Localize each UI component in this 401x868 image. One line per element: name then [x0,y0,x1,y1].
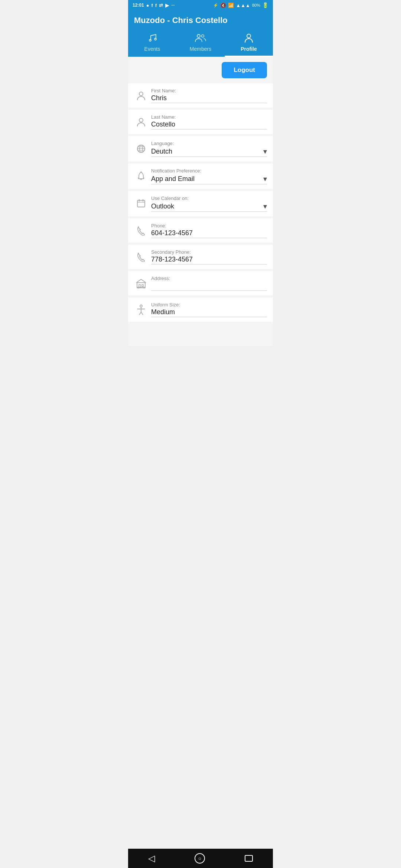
tab-profile[interactable]: Profile [225,30,273,57]
address-card: Address: [128,271,273,295]
language-card: Language: Deutch ▾ [128,136,273,161]
last-name-content: Last Name: Costello [148,114,267,129]
youtube-icon: ▶ [165,3,169,8]
svg-line-26 [139,312,141,315]
last-name-value[interactable]: Costello [151,121,267,128]
svg-point-23 [140,305,142,307]
phone-icon [134,226,148,236]
uniform-size-field: Uniform Size: Medium [128,297,273,322]
notification-pref-content: Notification Preference: App and Email ▾ [148,168,267,184]
notification-pref-dropdown-arrow[interactable]: ▾ [263,174,267,183]
svg-point-2 [197,34,200,37]
address-content: Address: [148,276,267,291]
logout-row: Logout [128,57,273,83]
uniform-size-icon [134,305,148,315]
signal-icon: ▲▲▲ [236,3,250,8]
address-icon [134,278,148,289]
tab-members-label: Members [190,46,211,52]
app-header: Muzodo - Chris Costello Events [128,10,273,57]
phone-value[interactable]: 604-123-4567 [151,229,267,237]
phone-card: Phone: 604-123-4567 [128,218,273,243]
last-name-icon [134,117,148,127]
last-name-field: Last Name: Costello [128,110,273,134]
uniform-size-value[interactable]: Medium [151,308,267,316]
facebook-icon-1: f [151,3,153,8]
uniform-size-label: Uniform Size: [151,302,267,308]
more-icon: ··· [171,3,175,7]
calendar-card: Use Calendar on: Outlook ▾ [128,191,273,216]
uniform-size-content: Uniform Size: Medium [148,302,267,317]
svg-rect-13 [137,200,145,207]
notification-pref-field: Notification Preference: App and Email ▾ [128,164,273,189]
language-value[interactable]: Deutch [151,148,172,155]
content-area: Logout First Name: Chris [128,57,273,346]
svg-point-0 [149,39,151,41]
secondary-phone-card: Secondary Phone: 778-123-4567 [128,245,273,269]
profile-icon [244,33,254,45]
notification-pref-value[interactable]: App and Email [151,175,195,183]
notification-pref-label: Notification Preference: [151,168,267,174]
battery-icon: 🔋 [262,2,268,8]
last-name-card: Last Name: Costello [128,110,273,134]
status-bar: 12:01 ● f f ⇄ ▶ ··· ⚡ 🔇 📶 ▲▲▲ 80% 🔋 [128,0,273,10]
svg-point-1 [154,38,156,40]
bluetooth-icon: ⚡ [213,3,218,8]
secondary-phone-content: Secondary Phone: 778-123-4567 [148,249,267,264]
status-bar-right: ⚡ 🔇 📶 ▲▲▲ 80% 🔋 [213,2,268,8]
first-name-content: First Name: Chris [148,88,267,103]
calendar-icon [134,199,148,208]
calendar-value[interactable]: Outlook [151,203,174,210]
svg-rect-19 [142,285,143,286]
language-label: Language: [151,141,267,146]
calendar-content: Use Calendar on: Outlook ▾ [148,195,267,212]
notification-pref-card: Notification Preference: App and Email ▾ [128,164,273,189]
phone-field: Phone: 604-123-4567 [128,218,273,243]
tab-events-label: Events [144,46,160,52]
status-time: 12:01 [133,3,144,8]
address-field: Address: [128,271,273,295]
members-icon [194,33,207,45]
tab-members[interactable]: Members [176,30,225,57]
notification-icon [134,171,148,181]
status-bar-left: 12:01 ● f f ⇄ ▶ ··· [133,3,175,8]
address-value[interactable] [151,282,267,290]
calendar-dropdown-arrow[interactable]: ▾ [263,202,267,211]
uniform-size-card: Uniform Size: Medium [128,297,273,322]
svg-point-3 [202,35,204,37]
app-title: Muzodo - Chris Costello [128,14,273,30]
secondary-phone-label: Secondary Phone: [151,249,267,255]
calendar-label: Use Calendar on: [151,195,267,201]
secondary-phone-field: Secondary Phone: 778-123-4567 [128,245,273,269]
last-name-label: Last Name: [151,114,267,120]
tab-events[interactable]: Events [128,30,176,57]
svg-point-6 [139,118,143,122]
language-field: Language: Deutch ▾ [128,136,273,161]
link-icon: ⇄ [159,3,163,8]
language-icon [134,144,148,154]
phone-label: Phone: [151,223,267,228]
tab-bar: Events Members Profile [128,30,273,57]
tab-profile-label: Profile [241,46,257,52]
logout-button[interactable]: Logout [222,62,267,78]
address-label: Address: [151,276,267,281]
whatsapp-icon: ● [146,3,149,8]
language-dropdown-arrow[interactable]: ▾ [263,147,267,156]
phone-content: Phone: 604-123-4567 [148,223,267,238]
first-name-card: First Name: Chris [128,83,273,108]
first-name-value[interactable]: Chris [151,94,267,102]
language-content: Language: Deutch ▾ [148,141,267,157]
facebook-icon-2: f [155,3,157,8]
secondary-phone-value[interactable]: 778-123-4567 [151,256,267,263]
battery-percent: 80% [252,3,260,7]
svg-point-5 [139,92,143,96]
calendar-field: Use Calendar on: Outlook ▾ [128,191,273,216]
first-name-icon [134,91,148,101]
mute-icon: 🔇 [220,3,226,8]
svg-point-4 [247,34,251,38]
events-icon [147,33,157,45]
svg-line-27 [141,312,143,315]
wifi-icon: 📶 [228,3,234,8]
first-name-field: First Name: Chris [128,83,273,108]
first-name-label: First Name: [151,88,267,93]
secondary-phone-icon [134,252,148,262]
